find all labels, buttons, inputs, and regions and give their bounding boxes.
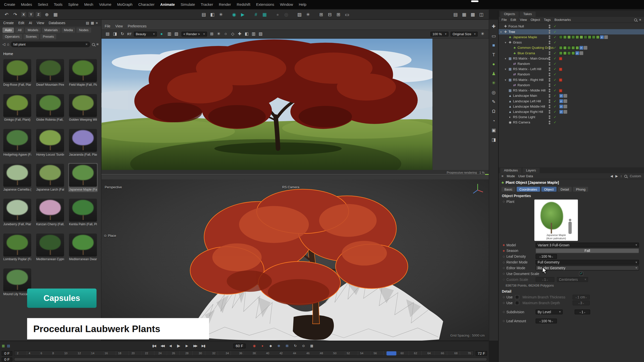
enabled-check-icon[interactable] — [554, 41, 556, 44]
tool-icon[interactable] — [490, 127, 497, 133]
plant-card[interactable]: Kentia Palm (Fall, Plant) — [68, 198, 98, 227]
enabled-check-icon[interactable] — [554, 121, 556, 124]
search-icon[interactable] — [634, 18, 637, 21]
generic-tag-icon[interactable] — [580, 51, 583, 55]
enabled-check-icon[interactable] — [554, 83, 556, 87]
place-tool-icon[interactable]: ⊙ — [104, 234, 107, 238]
asset-menu-item[interactable]: Databases — [49, 21, 65, 25]
render-toolbar-icon[interactable] — [223, 31, 229, 37]
material-chip[interactable] — [571, 46, 575, 50]
render-toolbar-icon[interactable] — [258, 31, 264, 37]
key-icon[interactable] — [503, 301, 506, 304]
tool-icon[interactable] — [490, 80, 497, 86]
current-frame-field[interactable]: 60 F — [233, 343, 246, 348]
transport-button[interactable] — [151, 343, 157, 348]
snap-toolbar-icon[interactable] — [253, 11, 259, 18]
object-menu-item[interactable]: File — [501, 18, 507, 22]
enabled-check-icon[interactable] — [554, 94, 556, 98]
redshift-toolbar-icon[interactable] — [239, 11, 246, 18]
transport-button[interactable] — [176, 343, 182, 348]
filter-menu-icon[interactable]: ≡ — [639, 18, 641, 22]
menu-item[interactable]: Animate — [160, 3, 175, 7]
search-icon[interactable] — [92, 43, 95, 46]
object-menu-item[interactable]: Tags — [544, 18, 551, 22]
render-toolbar-icon[interactable] — [119, 31, 125, 37]
generic-tag-icon[interactable] — [584, 46, 587, 50]
subdivision-level-field[interactable]: 1 — [575, 309, 590, 314]
render-toolbar-icon[interactable] — [167, 31, 172, 37]
material-chip[interactable] — [592, 35, 596, 39]
material-chip[interactable] — [563, 35, 567, 39]
record-button[interactable] — [292, 343, 298, 348]
visibility-toggles[interactable] — [549, 30, 551, 34]
redshift-toolbar-icon[interactable] — [231, 11, 237, 18]
generic-tag-icon[interactable] — [564, 110, 567, 114]
tool-icon[interactable] — [490, 23, 497, 29]
visibility-toggles[interactable] — [549, 78, 551, 82]
menu-item[interactable]: Window — [280, 3, 293, 7]
custom-mode-label[interactable]: Custom — [630, 174, 641, 178]
fields-tag-icon[interactable] — [559, 110, 563, 114]
min-branch-field[interactable]: 1 cm — [573, 295, 590, 300]
render-toolbar-icon[interactable] — [105, 31, 110, 37]
layout-icon[interactable] — [478, 11, 485, 18]
plant-card[interactable]: Kanzan Cherry (Fall, Pl... — [35, 198, 65, 227]
fields-tag-icon[interactable] — [559, 94, 563, 98]
render-toolbar-icon[interactable] — [112, 31, 118, 37]
tool-icon[interactable] — [490, 108, 497, 114]
attribute-tab[interactable]: Object — [541, 187, 556, 192]
object-menu-item[interactable]: View — [520, 18, 527, 22]
tool-icon[interactable] — [490, 61, 497, 67]
object-row[interactable]: RS Camera — [499, 120, 644, 125]
asset-menu-item[interactable]: AI — [29, 21, 32, 25]
menu-item[interactable]: Volume — [99, 3, 111, 7]
toolbar-icon-disabled[interactable] — [274, 11, 281, 18]
menu-item[interactable]: Spline — [68, 3, 78, 7]
generic-tag-icon[interactable] — [564, 105, 567, 108]
leaf-amount-field[interactable]: 100 % — [536, 319, 557, 324]
up-arrow-icon[interactable]: ↑ — [620, 174, 622, 178]
visibility-toggles[interactable] — [549, 115, 551, 119]
plant-card[interactable]: Globe Robinia (Fall, Pl... — [35, 93, 65, 122]
material-chip[interactable] — [559, 35, 563, 39]
visibility-toggles[interactable] — [549, 83, 551, 87]
generic-tag-icon[interactable] — [564, 99, 567, 103]
record-button[interactable] — [268, 343, 273, 348]
transport-button[interactable] — [159, 343, 165, 348]
panel-options-icon[interactable] — [86, 21, 89, 25]
plant-card[interactable]: Juneberry (Fall, Plant) — [3, 198, 32, 227]
render-mode-dropdown[interactable]: Full Geometry — [536, 260, 639, 265]
zoom-dropdown[interactable]: 100 % — [430, 32, 449, 37]
menu-item[interactable]: Extensions — [256, 3, 274, 7]
menu-item[interactable]: Create — [4, 3, 15, 7]
record-button[interactable] — [260, 343, 265, 348]
material-chip[interactable] — [559, 51, 563, 55]
forward-arrow-icon[interactable]: ▶ — [615, 174, 618, 178]
leaf-density-field[interactable]: 100 % — [536, 254, 557, 259]
back-icon[interactable]: ◁ — [3, 42, 5, 46]
material-chip[interactable] — [567, 46, 571, 50]
coordinate-icon[interactable] — [44, 11, 50, 18]
toolbar-icon-disabled[interactable] — [283, 11, 290, 18]
render-pass-dropdown[interactable]: Beauty — [134, 32, 156, 37]
playhead[interactable] — [386, 351, 396, 355]
asset-tab[interactable]: Media — [61, 27, 75, 33]
toolbar-icon[interactable] — [305, 11, 311, 18]
enabled-check-icon[interactable] — [554, 73, 556, 76]
object-row[interactable]: RS Matrix - Middle Hill — [499, 88, 644, 93]
object-row[interactable]: Random — [499, 82, 644, 88]
transport-button[interactable] — [200, 343, 206, 348]
size-dropdown[interactable]: Original Size — [451, 32, 478, 37]
attribute-tab[interactable]: Coordinates — [516, 187, 540, 192]
object-row[interactable]: RS Matrix - Right Hill — [499, 77, 644, 82]
hamburger-icon[interactable]: ≡ — [501, 174, 503, 178]
key-icon[interactable] — [503, 200, 506, 203]
layout-icon[interactable] — [461, 11, 467, 18]
key-icon[interactable] — [503, 266, 506, 270]
layout-icon[interactable] — [452, 11, 459, 18]
object-row[interactable]: Japanese Maple — [499, 34, 644, 40]
object-row[interactable]: Landscape Middle Hill — [499, 104, 644, 109]
render-toolbar-icon[interactable] — [209, 31, 215, 37]
plant-card[interactable]: Mediterranean Dwarf ... — [68, 233, 98, 262]
perspective-viewport[interactable]: Perspective RS Camera ⊙Place Grid Spacin… — [101, 179, 489, 341]
